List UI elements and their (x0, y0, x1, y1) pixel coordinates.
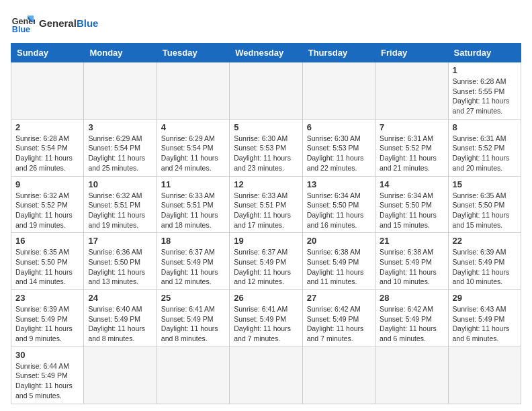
day-info: Sunrise: 6:41 AMSunset: 5:49 PMDaylight:… (161, 304, 225, 344)
day-number: 29 (453, 293, 517, 303)
sunset-label: Sunset: 5:53 PM (234, 144, 286, 152)
day-header-wednesday: Wednesday (230, 44, 302, 62)
logo-text: GeneralBlue (39, 17, 98, 29)
sunset-label: Sunset: 5:52 PM (453, 144, 505, 152)
day-number: 24 (88, 293, 152, 303)
calendar-cell: 28Sunrise: 6:42 AMSunset: 5:49 PMDayligh… (375, 290, 448, 347)
day-number: 26 (234, 293, 298, 303)
calendar-cell: 2Sunrise: 6:28 AMSunset: 5:54 PMDaylight… (11, 119, 84, 176)
calendar-cell (230, 347, 302, 404)
day-number: 4 (161, 122, 225, 132)
day-info: Sunrise: 6:34 AMSunset: 5:50 PMDaylight:… (307, 191, 371, 230)
day-info: Sunrise: 6:39 AMSunset: 5:49 PMDaylight:… (453, 247, 517, 287)
day-number: 18 (161, 236, 225, 246)
day-number: 2 (15, 122, 79, 132)
daylight-label: Daylight: 11 hours and 11 minutes. (307, 268, 364, 286)
logo-icon: General Blue (11, 11, 35, 35)
sunrise-label: Sunrise: 6:41 AM (161, 305, 215, 313)
calendar-cell: 16Sunrise: 6:35 AMSunset: 5:50 PMDayligh… (11, 233, 84, 290)
day-number: 30 (15, 350, 79, 360)
daylight-label: Daylight: 11 hours and 15 minutes. (453, 211, 510, 229)
page-header: General Blue GeneralBlue (11, 11, 521, 35)
daylight-label: Daylight: 11 hours and 12 minutes. (161, 268, 218, 286)
daylight-label: Daylight: 11 hours and 14 minutes. (15, 268, 73, 286)
sunset-label: Sunset: 5:50 PM (15, 258, 68, 266)
calendar-cell: 24Sunrise: 6:40 AMSunset: 5:49 PMDayligh… (84, 290, 157, 347)
sunrise-label: Sunrise: 6:38 AM (380, 248, 433, 256)
calendar-cell: 11Sunrise: 6:33 AMSunset: 5:51 PMDayligh… (157, 176, 229, 233)
sunset-label: Sunset: 5:51 PM (88, 201, 140, 209)
day-info: Sunrise: 6:37 AMSunset: 5:49 PMDaylight:… (161, 247, 225, 287)
daylight-label: Daylight: 11 hours and 10 minutes. (453, 268, 510, 286)
daylight-label: Daylight: 11 hours and 13 minutes. (88, 268, 145, 286)
daylight-label: Daylight: 11 hours and 8 minutes. (161, 324, 218, 342)
daylight-label: Daylight: 11 hours and 15 minutes. (380, 211, 437, 229)
sunrise-label: Sunrise: 6:28 AM (453, 77, 506, 85)
day-number: 12 (234, 179, 298, 189)
day-number: 10 (88, 179, 152, 189)
day-number: 19 (234, 236, 298, 246)
day-info: Sunrise: 6:33 AMSunset: 5:51 PMDaylight:… (234, 191, 298, 230)
sunset-label: Sunset: 5:49 PM (161, 258, 214, 266)
daylight-label: Daylight: 11 hours and 21 minutes. (380, 154, 437, 172)
sunrise-label: Sunrise: 6:42 AM (380, 305, 433, 313)
sunset-label: Sunset: 5:50 PM (453, 201, 505, 209)
day-info: Sunrise: 6:36 AMSunset: 5:50 PMDaylight:… (88, 247, 152, 287)
sunset-label: Sunset: 5:54 PM (88, 144, 140, 152)
sunset-label: Sunset: 5:49 PM (15, 371, 68, 379)
daylight-label: Daylight: 11 hours and 7 minutes. (234, 324, 291, 342)
calendar-week-2: 2Sunrise: 6:28 AMSunset: 5:54 PMDaylight… (11, 119, 521, 176)
sunrise-label: Sunrise: 6:34 AM (307, 191, 361, 199)
day-info: Sunrise: 6:35 AMSunset: 5:50 PMDaylight:… (15, 247, 79, 287)
sunset-label: Sunset: 5:50 PM (380, 201, 432, 209)
day-info: Sunrise: 6:41 AMSunset: 5:49 PMDaylight:… (234, 304, 298, 344)
calendar-cell: 1Sunrise: 6:28 AMSunset: 5:55 PMDaylight… (448, 62, 521, 120)
sunrise-label: Sunrise: 6:30 AM (307, 134, 361, 142)
day-info: Sunrise: 6:29 AMSunset: 5:54 PMDaylight:… (161, 134, 225, 173)
calendar-week-1: 1Sunrise: 6:28 AMSunset: 5:55 PMDaylight… (11, 62, 521, 120)
sunset-label: Sunset: 5:49 PM (307, 258, 359, 266)
sunset-label: Sunset: 5:54 PM (161, 144, 214, 152)
sunrise-label: Sunrise: 6:33 AM (161, 191, 215, 199)
calendar-cell: 19Sunrise: 6:37 AMSunset: 5:49 PMDayligh… (230, 233, 302, 290)
day-number: 25 (161, 293, 225, 303)
day-info: Sunrise: 6:40 AMSunset: 5:49 PMDaylight:… (88, 304, 152, 344)
calendar-cell (84, 347, 157, 404)
calendar-cell: 17Sunrise: 6:36 AMSunset: 5:50 PMDayligh… (84, 233, 157, 290)
sunrise-label: Sunrise: 6:37 AM (161, 248, 215, 256)
calendar-cell (302, 62, 375, 120)
day-number: 3 (88, 122, 152, 132)
day-info: Sunrise: 6:42 AMSunset: 5:49 PMDaylight:… (380, 304, 443, 344)
day-header-saturday: Saturday (448, 44, 521, 62)
calendar-cell: 8Sunrise: 6:31 AMSunset: 5:52 PMDaylight… (448, 119, 521, 176)
calendar-week-3: 9Sunrise: 6:32 AMSunset: 5:52 PMDaylight… (11, 176, 521, 233)
sunrise-label: Sunrise: 6:34 AM (380, 191, 433, 199)
sunset-label: Sunset: 5:50 PM (307, 201, 359, 209)
day-info: Sunrise: 6:42 AMSunset: 5:49 PMDaylight:… (307, 304, 371, 344)
calendar-cell: 27Sunrise: 6:42 AMSunset: 5:49 PMDayligh… (302, 290, 375, 347)
daylight-label: Daylight: 11 hours and 6 minutes. (380, 324, 437, 342)
day-info: Sunrise: 6:28 AMSunset: 5:54 PMDaylight:… (15, 134, 79, 173)
calendar-cell: 3Sunrise: 6:29 AMSunset: 5:54 PMDaylight… (84, 119, 157, 176)
daylight-label: Daylight: 11 hours and 8 minutes. (88, 324, 145, 342)
sunset-label: Sunset: 5:50 PM (88, 258, 140, 266)
calendar-cell: 14Sunrise: 6:34 AMSunset: 5:50 PMDayligh… (375, 176, 448, 233)
sunrise-label: Sunrise: 6:33 AM (234, 191, 287, 199)
day-info: Sunrise: 6:44 AMSunset: 5:49 PMDaylight:… (15, 361, 79, 401)
sunrise-label: Sunrise: 6:37 AM (234, 248, 287, 256)
daylight-label: Daylight: 11 hours and 19 minutes. (88, 211, 145, 229)
day-info: Sunrise: 6:32 AMSunset: 5:52 PMDaylight:… (15, 191, 79, 230)
calendar-cell (11, 62, 84, 120)
sunrise-label: Sunrise: 6:42 AM (307, 305, 361, 313)
day-number: 1 (453, 65, 517, 75)
calendar-header-row: SundayMondayTuesdayWednesdayThursdayFrid… (11, 44, 521, 62)
daylight-label: Daylight: 11 hours and 22 minutes. (307, 154, 364, 172)
calendar-cell: 9Sunrise: 6:32 AMSunset: 5:52 PMDaylight… (11, 176, 84, 233)
daylight-label: Daylight: 11 hours and 27 minutes. (453, 97, 510, 115)
day-info: Sunrise: 6:34 AMSunset: 5:50 PMDaylight:… (380, 191, 443, 230)
daylight-label: Daylight: 11 hours and 18 minutes. (161, 211, 218, 229)
calendar-cell: 26Sunrise: 6:41 AMSunset: 5:49 PMDayligh… (230, 290, 302, 347)
sunrise-label: Sunrise: 6:41 AM (234, 305, 287, 313)
day-number: 9 (15, 179, 79, 189)
daylight-label: Daylight: 11 hours and 12 minutes. (234, 268, 291, 286)
